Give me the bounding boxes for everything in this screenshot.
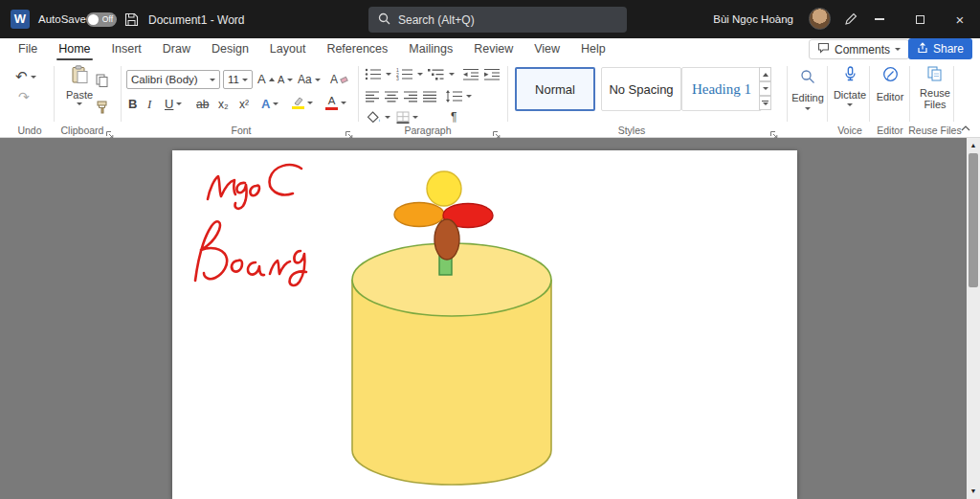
flower-left-petal[interactable]	[394, 203, 444, 227]
bullets-button[interactable]	[365, 68, 391, 80]
paste-button[interactable]: Paste	[59, 65, 100, 119]
tab-draw[interactable]: Draw	[152, 38, 201, 60]
minimize-button[interactable]	[859, 0, 900, 38]
reuse-files-label-line1: Reuse	[920, 87, 950, 99]
autosave-toggle[interactable]: Off	[86, 12, 117, 27]
tab-references[interactable]: References	[316, 38, 398, 60]
tab-help[interactable]: Help	[570, 38, 616, 60]
decrease-indent-button[interactable]	[463, 68, 479, 80]
justify-button[interactable]	[423, 91, 437, 102]
multilevel-list-button[interactable]	[428, 68, 455, 80]
editing-dropdown[interactable]: Editing	[789, 60, 827, 127]
close-button[interactable]: ×	[940, 0, 980, 38]
style-no-spacing[interactable]: No Spacing	[601, 67, 681, 111]
align-right-button[interactable]	[404, 91, 418, 102]
strikethrough-letters: ab	[196, 98, 209, 111]
align-left-button[interactable]	[366, 91, 380, 102]
ink-pen-icon[interactable]	[844, 12, 858, 30]
chevron-down-icon	[273, 102, 278, 105]
chevron-down-icon	[805, 107, 811, 110]
dictate-label: Dictate	[834, 89, 866, 101]
copy-icon[interactable]	[96, 74, 108, 91]
superscript-letters: x²	[239, 98, 249, 111]
font-family-select[interactable]: Calibri (Body)	[126, 70, 220, 89]
tab-view[interactable]: View	[523, 38, 570, 60]
chevron-down-icon	[242, 79, 248, 81]
chevron-down-icon	[210, 79, 215, 81]
user-name[interactable]: Bùi Ngọc Hoàng	[713, 13, 793, 25]
tab-file[interactable]: File	[8, 38, 48, 60]
chevron-down-icon	[466, 95, 472, 98]
underline-button[interactable]: U	[165, 97, 182, 111]
collapse-ribbon-button[interactable]	[961, 118, 970, 135]
group-separator	[827, 66, 828, 122]
ink-handwriting-line2[interactable]	[195, 221, 306, 285]
editor-button[interactable]: Editor	[871, 60, 909, 127]
subscript-button[interactable]: x₂	[218, 98, 229, 111]
share-button[interactable]: Share	[908, 38, 972, 59]
save-icon[interactable]	[124, 12, 139, 31]
word-app-icon[interactable]: W	[11, 10, 30, 29]
tab-review[interactable]: Review	[463, 38, 523, 60]
vertical-scrollbar[interactable]: ▲ ▼	[967, 138, 980, 499]
align-center-icon	[385, 91, 399, 102]
text-effects-letter: A	[261, 97, 270, 111]
avatar[interactable]	[809, 8, 831, 30]
chevron-down-icon	[31, 76, 36, 79]
document-page[interactable]	[172, 150, 797, 499]
tab-design[interactable]: Design	[201, 38, 259, 60]
font-size-select[interactable]: 11	[223, 70, 253, 89]
search-input[interactable]: Search (Alt+Q)	[368, 7, 627, 33]
highlight-button[interactable]	[292, 96, 313, 109]
shading-button[interactable]	[367, 111, 390, 124]
scroll-down-arrow[interactable]: ▼	[967, 485, 980, 498]
eraser-icon	[340, 76, 347, 82]
align-center-button[interactable]	[385, 91, 399, 102]
text-effects-button[interactable]: A	[261, 97, 278, 111]
format-painter-icon[interactable]	[96, 101, 109, 118]
styles-scroll-down[interactable]	[759, 81, 771, 96]
numbering-button[interactable]: 123	[396, 68, 423, 80]
styles-gallery-expand[interactable]	[759, 96, 771, 110]
shrink-font-button[interactable]: A	[278, 74, 293, 85]
tab-home[interactable]: Home	[48, 38, 100, 60]
borders-button[interactable]	[396, 111, 418, 124]
style-normal[interactable]: Normal	[515, 67, 595, 111]
ink-handwriting-line1[interactable]	[208, 165, 301, 209]
editing-icon	[800, 69, 815, 88]
styles-scroll-up[interactable]	[759, 67, 771, 81]
maximize-button[interactable]	[900, 0, 940, 38]
change-case-button[interactable]: Aa	[298, 73, 321, 86]
tab-insert[interactable]: Insert	[101, 38, 152, 60]
svg-text:3: 3	[396, 76, 399, 80]
scrollbar-thumb[interactable]	[969, 153, 978, 287]
strikethrough-button[interactable]: ab	[196, 98, 209, 111]
flower-top-petal[interactable]	[427, 171, 461, 206]
tab-layout[interactable]: Layout	[259, 38, 317, 60]
show-marks-button[interactable]: ¶	[451, 110, 457, 124]
style-heading-1[interactable]: Heading 1	[681, 67, 762, 111]
reuse-files-button[interactable]: Reuse Files	[911, 60, 959, 127]
comment-bubble-icon	[817, 42, 830, 57]
font-color-button[interactable]: A	[325, 96, 346, 110]
undo-button[interactable]: ↶	[15, 68, 36, 85]
scroll-up-arrow[interactable]: ▲	[967, 139, 980, 152]
line-spacing-button[interactable]	[445, 90, 472, 102]
italic-button[interactable]: I	[147, 97, 151, 112]
grow-font-button[interactable]: A	[257, 72, 275, 86]
ribbon: ↶ ↷ Undo Paste Clipboard Calibri (Body) …	[0, 60, 980, 138]
comments-button[interactable]: Comments	[809, 39, 909, 59]
redo-button[interactable]: ↷	[18, 89, 30, 104]
bold-button[interactable]: B	[128, 97, 137, 111]
cylinder-shape[interactable]	[352, 243, 551, 485]
flower-center-petal[interactable]	[434, 219, 459, 260]
clipboard-group-label: Clipboard	[52, 125, 113, 136]
increase-indent-button[interactable]	[484, 68, 501, 80]
justify-icon	[423, 91, 437, 102]
arrow-down-icon	[763, 87, 768, 90]
dictate-button[interactable]: Dictate	[829, 60, 871, 127]
clear-formatting-button[interactable]: A	[330, 73, 347, 86]
superscript-button[interactable]: x²	[239, 98, 249, 111]
shrink-font-letter: A	[278, 74, 284, 85]
tab-mailings[interactable]: Mailings	[398, 38, 463, 60]
